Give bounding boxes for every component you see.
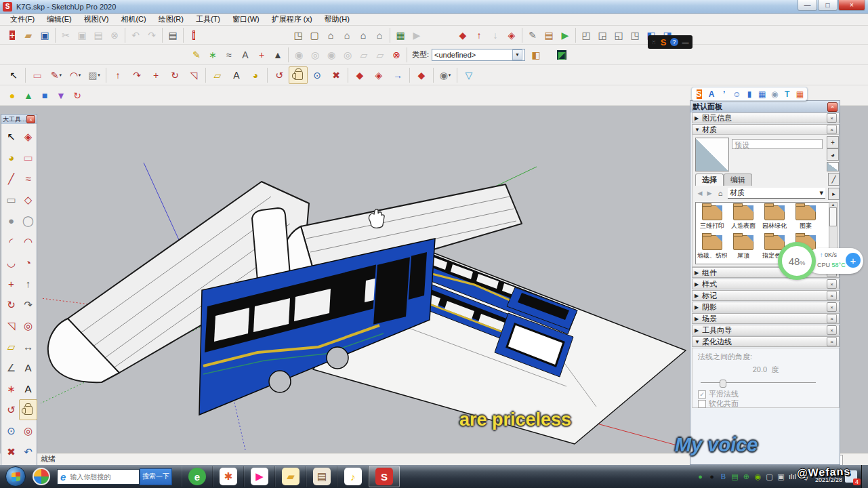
select-tool-icon[interactable]: ↖ [2, 126, 20, 147]
rectangle-icon[interactable]: ▭ [2, 189, 20, 210]
material-preview-swatch[interactable] [695, 138, 729, 171]
tab-edit[interactable]: 编辑 [724, 174, 752, 186]
axes-icon[interactable]: ∗ [2, 378, 20, 399]
back-icon[interactable]: ◀ [695, 188, 705, 198]
make-component-icon[interactable]: ◈ [19, 126, 37, 147]
section-close-icon[interactable]: × [827, 291, 837, 300]
previous-view-icon[interactable]: ↶ [19, 441, 37, 462]
section-soften-edges[interactable]: ▼ 柔化边线 × [692, 336, 840, 347]
upload-model-icon[interactable]: ↑ [471, 26, 487, 44]
threed-text-icon[interactable]: A [19, 378, 37, 399]
orbit-icon[interactable]: ↺ [2, 399, 20, 420]
outer-shell-icon[interactable]: ◰ [578, 26, 594, 44]
rotate-icon[interactable]: ↻ [165, 66, 184, 84]
expand-arrow-icon[interactable]: ▶ [695, 327, 702, 333]
orbit-icon[interactable]: ↺ [270, 66, 289, 84]
section-entity-info[interactable]: ▶ 图元信息 × [692, 113, 840, 123]
collapse-arrow-icon[interactable]: ▼ [695, 127, 702, 133]
pan-icon[interactable] [289, 66, 308, 84]
extension-flask-icon[interactable]: ▽ [459, 66, 478, 84]
section-scenes[interactable]: ▶ 场景 × [692, 313, 840, 324]
text-label-icon[interactable]: A [227, 66, 246, 84]
share-component-icon[interactable]: ◈ [369, 66, 388, 84]
select-tool-icon[interactable]: ↖ [4, 66, 23, 84]
move-icon[interactable]: + [146, 66, 165, 84]
menu-edit[interactable]: 编辑(E) [41, 13, 78, 26]
minimize-icon[interactable]: — [682, 39, 688, 46]
material-folder[interactable]: 人造表面 [728, 203, 759, 233]
tag-edit-icon[interactable]: ◧ [528, 46, 544, 64]
text-tag-icon[interactable]: A [237, 46, 253, 64]
app-flower-icon[interactable]: ✱ [213, 466, 244, 487]
print-icon[interactable]: ▤ [165, 26, 181, 44]
warehouse-icon[interactable]: ◈ [503, 26, 520, 44]
details-arrow-icon[interactable]: ▸ [828, 188, 840, 200]
zoom-extents-icon[interactable]: ✖ [2, 441, 20, 462]
scale-icon[interactable]: ◹ [2, 315, 20, 336]
material-name-field[interactable]: 预设 [732, 139, 823, 149]
material-folder[interactable]: 图案 [790, 203, 821, 233]
grid-menu-icon[interactable]: ▦ [794, 89, 805, 99]
tab-select[interactable]: 选择 [695, 174, 724, 186]
cone-plugin-icon[interactable]: ▲ [20, 87, 37, 104]
sphere-plugin-icon[interactable]: ● [4, 87, 20, 104]
menu-help[interactable]: 帮助(H) [318, 13, 356, 26]
section-off-icon[interactable]: ⊗ [388, 46, 405, 64]
camera-frame2-icon[interactable]: ▱ [372, 46, 388, 64]
top-view-icon[interactable]: ▢ [306, 26, 323, 44]
line-icon[interactable]: ╱ [2, 168, 20, 189]
forward-icon[interactable]: ▶ [705, 188, 714, 198]
sketchup-taskbar-icon[interactable]: S [369, 466, 400, 487]
curve-pencil-icon[interactable]: ✎ [188, 46, 205, 64]
material-folder[interactable]: 屋顶 [728, 233, 759, 263]
new-file-icon[interactable]: + [4, 26, 20, 44]
winrar-icon[interactable]: ▤ [306, 466, 337, 487]
rotated-rectangle-icon[interactable]: ◇ [19, 189, 37, 210]
materials-collection-dropdown[interactable]: 材质 ▾ [728, 188, 825, 199]
rotate-plugin-icon[interactable]: ↻ [69, 87, 85, 104]
camera-target-icon[interactable]: ◎ [307, 46, 323, 64]
display-icon[interactable]: ▢ [764, 470, 775, 483]
section-close-icon[interactable]: × [827, 125, 837, 134]
followme-icon[interactable]: ↷ [19, 294, 37, 315]
plus-tray-icon[interactable]: ⊕ [741, 470, 752, 483]
menu-view[interactable]: 视图(V) [78, 13, 115, 26]
boost-percent-ring[interactable]: 48% [778, 242, 816, 280]
camera-dolly-icon[interactable]: ◉ [291, 46, 307, 64]
iso-view-icon[interactable]: ◳ [290, 26, 306, 44]
rectangle-icon[interactable]: ▨▾ [85, 66, 104, 84]
copy-icon[interactable]: ▣ [74, 26, 90, 44]
menu-window[interactable]: 窗口(W) [226, 13, 266, 26]
three-point-arc-icon[interactable]: ◡ [2, 252, 20, 273]
qqmusic-icon[interactable]: ♪ [337, 466, 369, 487]
account-avatar[interactable]: ◉▾ [436, 66, 455, 84]
open-folder-icon[interactable]: ▰ [20, 26, 37, 44]
tablet-icon[interactable]: ▣ [775, 470, 787, 483]
expand-arrow-icon[interactable]: ▶ [695, 304, 702, 310]
drag-grip-icon[interactable]: ⁙ [652, 39, 657, 45]
text-label-icon[interactable]: A [19, 357, 37, 378]
zoom-icon[interactable]: ⊙ [2, 420, 20, 441]
show-desktop-button[interactable] [861, 465, 868, 488]
palette-titlebar[interactable]: 大工具... × [1, 115, 37, 124]
axes-tool-icon[interactable]: + [253, 46, 270, 64]
share-model2-icon[interactable]: ◆ [350, 66, 369, 84]
eyedropper-icon[interactable]: ╱ [828, 173, 840, 186]
taskbar-search-box[interactable]: e [57, 469, 140, 485]
eraser-icon[interactable]: ▭ [19, 147, 37, 168]
circle-icon[interactable]: ● [2, 210, 20, 231]
intersect-icon[interactable]: ◲ [594, 26, 611, 44]
prism-plugin-icon[interactable]: ▼ [53, 87, 69, 104]
undo-icon[interactable]: ↶ [127, 26, 144, 44]
vertex-edit-icon[interactable]: ∗ [205, 46, 221, 64]
arc-icon[interactable]: ◠▾ [66, 66, 85, 84]
pinwheel-app-icon[interactable] [33, 468, 50, 485]
left-view-icon[interactable]: ⌂ [371, 26, 388, 44]
tape-measure-icon[interactable]: ▱ [208, 66, 227, 84]
protractor-icon[interactable]: ∠ [2, 357, 20, 378]
pushpull-icon[interactable]: ↑ [19, 273, 37, 294]
palette-close-button[interactable]: × [26, 115, 35, 123]
dropdown-caret-icon[interactable]: ▼ [512, 49, 522, 60]
section-instructor[interactable]: ▶ 工具向导 × [692, 325, 840, 336]
material-folder[interactable]: 地毯、纺织品 [697, 233, 728, 263]
